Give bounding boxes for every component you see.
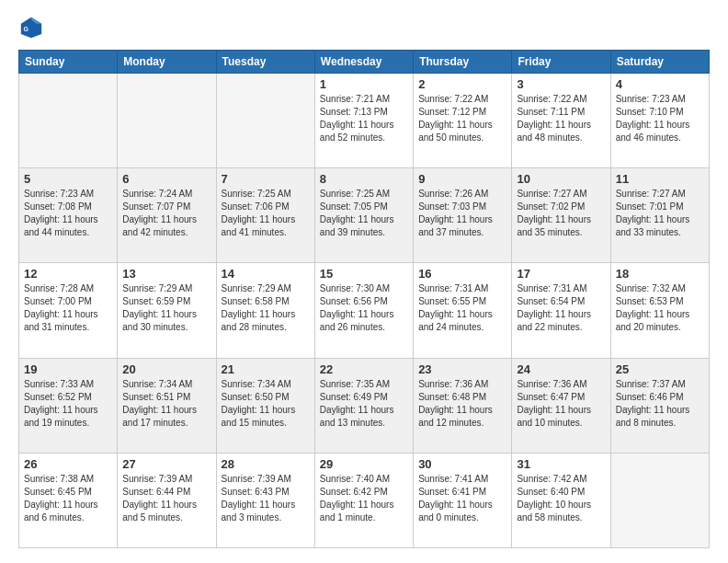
day-info: Sunrise: 7:42 AM Sunset: 6:40 PM Dayligh… — [517, 473, 605, 524]
calendar-cell: 14Sunrise: 7:29 AM Sunset: 6:58 PM Dayli… — [216, 263, 314, 358]
day-number: 11 — [616, 172, 704, 186]
day-info: Sunrise: 7:32 AM Sunset: 6:53 PM Dayligh… — [616, 282, 704, 334]
day-info: Sunrise: 7:41 AM Sunset: 6:41 PM Dayligh… — [418, 473, 506, 524]
day-number: 12 — [24, 267, 112, 281]
day-number: 16 — [418, 267, 506, 281]
day-info: Sunrise: 7:23 AM Sunset: 7:08 PM Dayligh… — [24, 188, 112, 239]
calendar-cell: 5Sunrise: 7:23 AM Sunset: 7:08 PM Daylig… — [19, 168, 118, 263]
day-number: 23 — [418, 362, 506, 376]
weekday-header-wednesday: Wednesday — [314, 51, 413, 74]
calendar-cell: 24Sunrise: 7:36 AM Sunset: 6:47 PM Dayli… — [512, 358, 610, 453]
calendar-cell — [216, 74, 314, 168]
day-info: Sunrise: 7:23 AM Sunset: 7:10 PM Dayligh… — [616, 93, 704, 144]
day-info: Sunrise: 7:40 AM Sunset: 6:42 PM Dayligh… — [320, 473, 408, 524]
day-number: 29 — [320, 457, 408, 471]
calendar-week-row: 1Sunrise: 7:21 AM Sunset: 7:13 PM Daylig… — [19, 74, 710, 168]
day-info: Sunrise: 7:34 AM Sunset: 6:50 PM Dayligh… — [222, 378, 310, 430]
page: G SundayMondayTuesdayWednesdayThursdayFr… — [0, 0, 728, 563]
day-number: 25 — [616, 362, 704, 376]
calendar-week-row: 26Sunrise: 7:38 AM Sunset: 6:45 PM Dayli… — [19, 453, 710, 547]
svg-text:G: G — [24, 26, 29, 32]
calendar-cell: 22Sunrise: 7:35 AM Sunset: 6:49 PM Dayli… — [314, 358, 413, 453]
calendar-cell: 10Sunrise: 7:27 AM Sunset: 7:02 PM Dayli… — [512, 168, 610, 263]
day-info: Sunrise: 7:36 AM Sunset: 6:47 PM Dayligh… — [517, 378, 605, 430]
calendar-cell: 4Sunrise: 7:23 AM Sunset: 7:10 PM Daylig… — [610, 74, 709, 168]
calendar-cell: 28Sunrise: 7:39 AM Sunset: 6:43 PM Dayli… — [216, 453, 314, 547]
calendar-cell: 8Sunrise: 7:25 AM Sunset: 7:05 PM Daylig… — [314, 168, 413, 263]
calendar-cell: 13Sunrise: 7:29 AM Sunset: 6:59 PM Dayli… — [118, 263, 216, 358]
day-info: Sunrise: 7:34 AM Sunset: 6:51 PM Dayligh… — [122, 378, 210, 430]
calendar-cell: 2Sunrise: 7:22 AM Sunset: 7:12 PM Daylig… — [414, 74, 512, 168]
day-number: 27 — [122, 457, 210, 471]
day-info: Sunrise: 7:33 AM Sunset: 6:52 PM Dayligh… — [24, 378, 112, 430]
day-info: Sunrise: 7:30 AM Sunset: 6:56 PM Dayligh… — [320, 282, 408, 334]
calendar-cell: 15Sunrise: 7:30 AM Sunset: 6:56 PM Dayli… — [314, 263, 413, 358]
day-info: Sunrise: 7:35 AM Sunset: 6:49 PM Dayligh… — [320, 378, 408, 430]
day-number: 5 — [24, 172, 112, 186]
calendar-cell: 31Sunrise: 7:42 AM Sunset: 6:40 PM Dayli… — [512, 453, 610, 547]
day-info: Sunrise: 7:25 AM Sunset: 7:06 PM Dayligh… — [222, 188, 310, 239]
day-number: 28 — [222, 457, 310, 471]
day-info: Sunrise: 7:29 AM Sunset: 6:59 PM Dayligh… — [122, 282, 210, 334]
calendar-cell: 27Sunrise: 7:39 AM Sunset: 6:44 PM Dayli… — [118, 453, 216, 547]
day-number: 21 — [222, 362, 310, 376]
day-info: Sunrise: 7:37 AM Sunset: 6:46 PM Dayligh… — [616, 378, 704, 430]
day-number: 13 — [122, 267, 210, 281]
day-info: Sunrise: 7:39 AM Sunset: 6:43 PM Dayligh… — [222, 473, 310, 524]
day-number: 6 — [122, 172, 210, 186]
calendar-cell: 23Sunrise: 7:36 AM Sunset: 6:48 PM Dayli… — [414, 358, 512, 453]
calendar-week-row: 12Sunrise: 7:28 AM Sunset: 7:00 PM Dayli… — [19, 263, 710, 358]
logo: G — [18, 15, 48, 40]
calendar-cell: 12Sunrise: 7:28 AM Sunset: 7:00 PM Dayli… — [19, 263, 118, 358]
day-info: Sunrise: 7:26 AM Sunset: 7:03 PM Dayligh… — [418, 188, 506, 239]
day-info: Sunrise: 7:29 AM Sunset: 6:58 PM Dayligh… — [222, 282, 310, 334]
calendar-cell: 29Sunrise: 7:40 AM Sunset: 6:42 PM Dayli… — [314, 453, 413, 547]
calendar-cell: 9Sunrise: 7:26 AM Sunset: 7:03 PM Daylig… — [414, 168, 512, 263]
weekday-header-thursday: Thursday — [414, 51, 512, 74]
calendar-week-row: 5Sunrise: 7:23 AM Sunset: 7:08 PM Daylig… — [19, 168, 710, 263]
day-number: 14 — [222, 267, 310, 281]
day-info: Sunrise: 7:31 AM Sunset: 6:54 PM Dayligh… — [517, 282, 605, 334]
calendar-cell: 7Sunrise: 7:25 AM Sunset: 7:06 PM Daylig… — [216, 168, 314, 263]
calendar-cell: 1Sunrise: 7:21 AM Sunset: 7:13 PM Daylig… — [314, 74, 413, 168]
calendar-cell: 25Sunrise: 7:37 AM Sunset: 6:46 PM Dayli… — [610, 358, 709, 453]
calendar-cell: 17Sunrise: 7:31 AM Sunset: 6:54 PM Dayli… — [512, 263, 610, 358]
calendar-cell: 30Sunrise: 7:41 AM Sunset: 6:41 PM Dayli… — [414, 453, 512, 547]
day-number: 17 — [517, 267, 605, 281]
calendar-cell: 18Sunrise: 7:32 AM Sunset: 6:53 PM Dayli… — [610, 263, 709, 358]
calendar-table: SundayMondayTuesdayWednesdayThursdayFrid… — [18, 50, 710, 548]
calendar-cell: 6Sunrise: 7:24 AM Sunset: 7:07 PM Daylig… — [118, 168, 216, 263]
day-info: Sunrise: 7:22 AM Sunset: 7:11 PM Dayligh… — [517, 93, 605, 144]
day-number: 30 — [418, 457, 506, 471]
day-number: 20 — [122, 362, 210, 376]
calendar-cell: 26Sunrise: 7:38 AM Sunset: 6:45 PM Dayli… — [19, 453, 118, 547]
weekday-header-sunday: Sunday — [19, 51, 118, 74]
day-number: 9 — [418, 172, 506, 186]
calendar-cell — [610, 453, 709, 547]
day-number: 18 — [616, 267, 704, 281]
day-number: 24 — [517, 362, 605, 376]
day-number: 4 — [616, 77, 704, 91]
day-number: 15 — [320, 267, 408, 281]
day-info: Sunrise: 7:38 AM Sunset: 6:45 PM Dayligh… — [24, 473, 112, 524]
day-number: 31 — [517, 457, 605, 471]
day-number: 22 — [320, 362, 408, 376]
day-number: 3 — [517, 77, 605, 91]
day-info: Sunrise: 7:24 AM Sunset: 7:07 PM Dayligh… — [122, 188, 210, 239]
calendar-cell: 21Sunrise: 7:34 AM Sunset: 6:50 PM Dayli… — [216, 358, 314, 453]
day-info: Sunrise: 7:36 AM Sunset: 6:48 PM Dayligh… — [418, 378, 506, 430]
day-number: 7 — [222, 172, 310, 186]
calendar-cell: 11Sunrise: 7:27 AM Sunset: 7:01 PM Dayli… — [610, 168, 709, 263]
calendar-week-row: 19Sunrise: 7:33 AM Sunset: 6:52 PM Dayli… — [19, 358, 710, 453]
day-info: Sunrise: 7:27 AM Sunset: 7:01 PM Dayligh… — [616, 188, 704, 239]
day-number: 19 — [24, 362, 112, 376]
day-info: Sunrise: 7:31 AM Sunset: 6:55 PM Dayligh… — [418, 282, 506, 334]
calendar-cell: 3Sunrise: 7:22 AM Sunset: 7:11 PM Daylig… — [512, 74, 610, 168]
day-info: Sunrise: 7:21 AM Sunset: 7:13 PM Dayligh… — [320, 93, 408, 144]
day-info: Sunrise: 7:25 AM Sunset: 7:05 PM Dayligh… — [320, 188, 408, 239]
weekday-header-saturday: Saturday — [610, 51, 709, 74]
weekday-header-tuesday: Tuesday — [216, 51, 314, 74]
calendar-cell: 19Sunrise: 7:33 AM Sunset: 6:52 PM Dayli… — [19, 358, 118, 453]
day-number: 1 — [320, 77, 408, 91]
calendar-cell: 16Sunrise: 7:31 AM Sunset: 6:55 PM Dayli… — [414, 263, 512, 358]
